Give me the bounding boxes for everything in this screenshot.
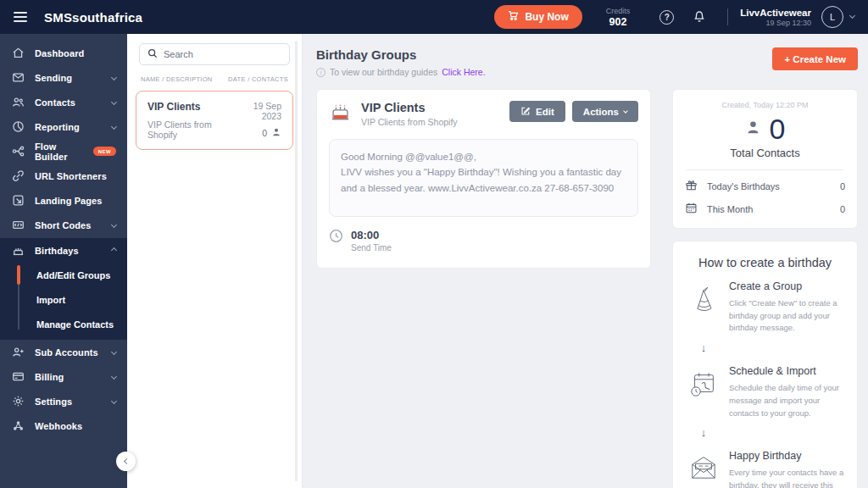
users-icon [12,96,25,108]
group-card-description: VIP Clients from Shopify [361,117,503,127]
sidebar-item-url-shorteners[interactable]: URL Shorteners [0,164,127,188]
sidebar-collapse-button[interactable] [116,452,136,471]
message-line-1: Good Morning @@value1@@, [341,149,626,164]
send-time-row: 08:00 Send Time [329,229,638,252]
cake-icon [12,244,25,257]
total-contacts-label: Total Contacts [685,147,845,159]
sidebar-item-sending[interactable]: Sending [0,65,127,90]
submenu-tree-line [18,312,19,330]
sidebar-item-birthdays[interactable]: Birthdays [0,238,127,263]
birthday-guides-link[interactable]: Click Here. [442,67,485,77]
credit-card-icon [12,370,25,383]
search-input[interactable] [164,49,281,59]
account-datetime: 19 Sep 12:30 [740,19,811,27]
person-icon [745,119,761,139]
actions-button[interactable]: Actions [572,101,638,122]
person-icon [271,127,281,139]
sidebar-item-short-codes[interactable]: Short Codes [0,213,127,237]
step-desc: Every time your contacts have a birthday… [729,467,844,488]
landing-pages-icon [12,194,25,207]
edit-button[interactable]: Edit [509,101,565,122]
home-icon [12,47,25,59]
search-icon [147,47,158,62]
hamburger-menu-icon[interactable] [14,12,27,22]
list-item-vip-clients[interactable]: VIP Clients VIP Clients from Shopify 19 … [136,91,293,150]
howto-title: How to create a birthday [686,256,844,269]
sidebar-item-dashboard[interactable]: Dashboard [0,41,127,65]
howto-step-schedule-import: Schedule & Import Schedule the daily tim… [686,365,844,419]
list-scrollbar[interactable] [295,41,298,481]
account-info[interactable]: LivvActivewear 19 Sep 12:30 [740,8,811,27]
chevron-down-icon [111,374,117,380]
page-title: Birthday Groups [316,47,486,62]
chevron-down-icon [111,398,117,404]
this-month-row: This Month 0 [685,202,845,216]
schedule-icon [688,369,719,402]
sidebar-item-contacts[interactable]: Contacts [0,90,127,114]
created-timestamp: Created, Today 12:20 PM [685,101,845,109]
avatar[interactable]: L [821,6,843,28]
sidebar-nav: Dashboard Sending Contacts Reporting Flo… [0,34,127,488]
send-time-value: 08:00 [351,229,392,241]
this-month-value: 0 [840,204,845,214]
todays-birthdays-row: Today's Birthdays 0 [685,179,845,193]
sidebar-item-sub-accounts[interactable]: Sub Accounts [0,340,127,364]
chevron-down-icon [623,108,628,114]
send-time-label: Send Time [351,243,392,252]
group-date: 19 Sep 2023 [236,101,281,121]
sidebar-subitem-add-edit-groups[interactable]: Add/Edit Groups [0,263,127,287]
howto-step-create-group: Create a Group Click "Create New" to cre… [686,280,844,335]
edit-pencil-icon [520,106,531,118]
step-title: Create a Group [729,280,844,292]
topbar-divider [727,8,728,25]
link-icon [12,169,25,182]
account-name: LivvActivewear [740,8,811,18]
birthday-message-box: Good Morning @@value1@@, LIVV wishes you… [329,139,638,217]
gift-icon [685,179,698,193]
chevron-down-icon [111,349,117,355]
sidebar-item-settings[interactable]: Settings [0,389,127,413]
sidebar-item-flow-builder[interactable]: Flow Builder NEW [0,139,127,164]
info-text: To view our birthday guides [330,67,437,77]
search-box[interactable] [139,43,290,65]
envelope-icon [688,453,719,484]
total-contacts-value: 0 [770,113,786,146]
sidebar-item-billing[interactable]: Billing [0,364,127,389]
step-title: Happy Birthday [729,450,844,462]
help-icon[interactable]: ? [659,10,674,25]
credits-label: Credits [606,7,631,15]
account-chevron-down-icon[interactable] [849,13,855,19]
chevron-down-icon [111,75,117,80]
divider [687,169,843,170]
notifications-bell-icon[interactable] [693,10,706,24]
message-line-2: LIVV wishes you a "Happy Birthday"! Wish… [341,164,626,196]
chevron-down-icon [111,222,117,228]
submenu-tree-line [18,287,19,312]
chevron-left-icon [124,458,130,464]
group-contacts-count: 0 [262,128,267,138]
group-description: VIP Clients from Shopify [147,119,236,140]
chevron-down-icon [111,124,117,130]
group-name: VIP Clients [147,101,236,113]
down-arrow-icon: ↓ [686,341,721,354]
col-date-contacts: DATE / CONTACTS [228,75,288,83]
pie-chart-icon [12,120,25,133]
webhooks-icon [12,419,25,432]
active-indicator-bar [17,265,20,285]
sidebar-subitem-manage-contacts[interactable]: Manage Contacts [0,312,127,336]
create-new-button[interactable]: + Create New [772,47,858,70]
top-bar: SMSsouthafrica Buy Now Credits 902 ? Liv… [0,0,868,34]
main-content: Birthday Groups i To view our birthday g… [303,34,868,488]
sidebar-subitem-import[interactable]: Import [0,287,127,312]
group-card-name: VIP Clients [361,101,503,114]
sidebar-item-landing-pages[interactable]: Landing Pages [0,188,127,213]
buy-now-button[interactable]: Buy Now [494,5,581,29]
gear-icon [12,395,25,408]
party-hat-icon [689,284,718,319]
groups-list-panel: NAME / DESCRIPTION DATE / CONTACTS VIP C… [127,34,303,488]
col-name-description: NAME / DESCRIPTION [141,75,213,83]
sidebar-item-reporting[interactable]: Reporting [0,114,127,139]
credits-indicator: Credits 902 [606,7,631,28]
sidebar-item-webhooks[interactable]: Webhooks [0,413,127,438]
step-desc: Schedule the daily time of your message … [729,382,844,419]
